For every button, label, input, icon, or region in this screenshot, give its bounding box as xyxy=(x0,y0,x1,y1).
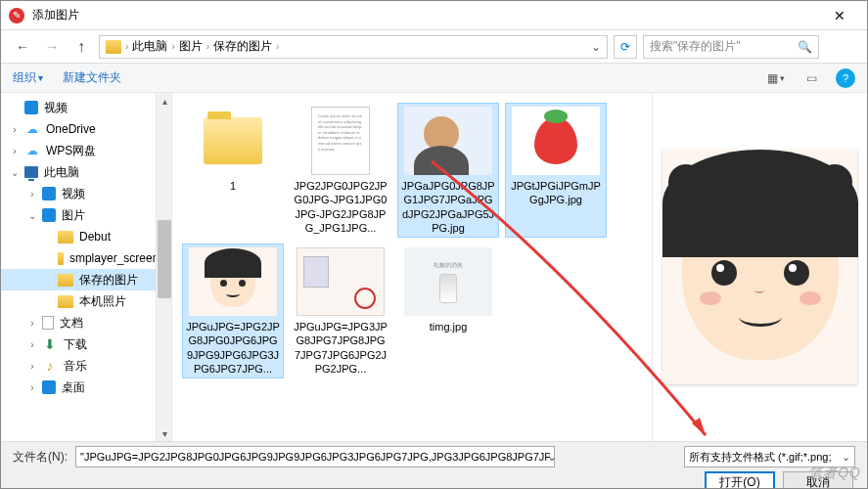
sidebar-item-4[interactable]: ›视频 xyxy=(1,183,171,204)
scroll-down-icon[interactable]: ▾ xyxy=(157,425,172,441)
chevron-down-icon[interactable]: ⌄ xyxy=(591,40,601,54)
navbar: ← → ↑ › 此电脑 › 图片 › 保存的图片 › ⌄ ⟳ 搜索"保存的图片"… xyxy=(1,30,867,64)
search-input[interactable]: 搜索"保存的图片" 🔍 xyxy=(643,35,819,59)
file-label: timg.jpg xyxy=(430,320,468,333)
sidebar: 视频›☁OneDrive›☁WPS网盘⌄此电脑›视频⌄图片Debutsmplay… xyxy=(1,93,172,441)
sidebar-item-label: 文档 xyxy=(60,315,83,332)
file-thumbnail: Lorem ipsum dolor sit amet consectetur a… xyxy=(297,107,385,175)
sidebar-item-10[interactable]: ›文档 xyxy=(1,312,171,333)
scroll-up-icon[interactable]: ▴ xyxy=(157,93,172,109)
sidebar-item-13[interactable]: ›桌面 xyxy=(1,377,171,398)
main-area: 视频›☁OneDrive›☁WPS网盘⌄此电脑›视频⌄图片Debutsmplay… xyxy=(1,93,867,441)
file-grid: 1Lorem ipsum dolor sit amet consectetur … xyxy=(172,93,652,441)
preview-pane xyxy=(652,93,867,441)
bottom-bar: 文件名(N): ⌄ 所有支持文件格式 (*.gif;*.png; 打开(O) 取… xyxy=(1,441,867,488)
file-item-4[interactable]: JPGuJPG=JPG2JPG8JPG0JPG6JPG9JPG9JPG6JPG3… xyxy=(182,244,284,378)
file-thumbnail xyxy=(297,247,385,316)
file-thumbnail xyxy=(404,107,492,175)
sidebar-item-label: 此电脑 xyxy=(44,164,79,181)
sidebar-item-5[interactable]: ⌄图片 xyxy=(1,204,171,226)
sidebar-item-label: 图片 xyxy=(62,207,85,224)
file-label: JPGuJPG=JPG2JPG8JPG0JPG6JPG9JPG9JPG6JPG3… xyxy=(186,320,280,375)
chevron-down-icon: ▾ xyxy=(38,72,43,83)
sidebar-item-label: 下载 xyxy=(64,336,87,353)
chevron-icon: › xyxy=(26,361,38,372)
sidebar-item-1[interactable]: ›☁OneDrive xyxy=(1,118,171,140)
chevron-icon: › xyxy=(9,124,21,135)
help-button[interactable]: ? xyxy=(836,68,855,88)
file-label: 1 xyxy=(230,179,236,193)
file-thumbnail: 礼貌的消失 xyxy=(404,247,492,316)
sidebar-item-label: 视频 xyxy=(44,100,68,116)
sidebar-item-7[interactable]: smplayer_screensh xyxy=(1,247,171,269)
preview-image xyxy=(662,150,857,384)
scrollbar-thumb[interactable] xyxy=(158,220,171,298)
organize-menu[interactable]: 组织▾ xyxy=(13,69,43,86)
file-label: JPG2JPG0JPG2JPG0JPG-JPG1JPG0JPG-JPG2JPG8… xyxy=(294,179,388,234)
folder-icon xyxy=(106,40,121,54)
crumb-pc[interactable]: 此电脑 xyxy=(132,38,167,55)
file-thumbnail xyxy=(512,107,600,175)
sidebar-item-label: 本机照片 xyxy=(79,293,126,310)
chevron-icon: › xyxy=(26,318,38,329)
filename-label: 文件名(N): xyxy=(13,449,68,466)
sidebar-item-11[interactable]: ›⬇下载 xyxy=(1,333,171,355)
up-button[interactable]: ↑ xyxy=(69,35,93,59)
filename-input[interactable] xyxy=(75,446,555,467)
chevron-icon: › xyxy=(9,146,21,156)
chevron-right-icon: › xyxy=(125,41,128,52)
file-item-1[interactable]: Lorem ipsum dolor sit amet consectetur a… xyxy=(290,103,391,238)
forward-button[interactable]: → xyxy=(40,35,64,59)
file-label: JPGtJPGiJPGmJPGgJPG.jpg xyxy=(509,179,603,207)
sidebar-item-label: 桌面 xyxy=(62,379,85,396)
chevron-right-icon: › xyxy=(206,41,209,52)
chevron-icon: › xyxy=(26,339,38,350)
file-item-0[interactable]: 1 xyxy=(182,103,284,238)
sidebar-item-label: WPS网盘 xyxy=(46,143,96,159)
search-placeholder: 搜索"保存的图片" xyxy=(650,38,741,55)
chevron-icon: › xyxy=(26,189,38,200)
file-thumbnail xyxy=(189,247,277,316)
chevron-right-icon: › xyxy=(276,41,279,52)
chevron-icon: ⌄ xyxy=(26,210,38,221)
sidebar-item-3[interactable]: ⌄此电脑 xyxy=(1,161,171,183)
breadcrumb[interactable]: › 此电脑 › 图片 › 保存的图片 › ⌄ xyxy=(99,35,608,59)
preview-pane-button[interactable]: ▭ xyxy=(800,67,822,89)
file-item-6[interactable]: 礼貌的消失timg.jpg xyxy=(397,244,499,378)
sidebar-item-label: OneDrive xyxy=(46,122,96,136)
crumb-saved[interactable]: 保存的图片 xyxy=(213,38,272,55)
file-thumbnail xyxy=(189,107,277,175)
crumb-pictures[interactable]: 图片 xyxy=(179,38,203,55)
watermark: 笔者QQ xyxy=(808,465,861,482)
file-item-3[interactable]: JPGtJPGiJPGmJPGgJPG.jpg xyxy=(505,103,607,238)
chevron-right-icon: › xyxy=(171,41,174,52)
open-button[interactable]: 打开(O) xyxy=(705,471,775,489)
sidebar-item-8[interactable]: 保存的图片 xyxy=(1,269,171,290)
file-label: JPGuJPG=JPG3JPG8JPG7JPG8JPG7JPG7JPG6JPG2… xyxy=(294,320,388,375)
view-options-button[interactable]: ▦▾ xyxy=(765,67,787,89)
file-label: JPGaJPG0JPG8JPG1JPG7JPGaJPGdJPG2JPGaJPG5… xyxy=(401,179,495,234)
sidebar-item-label: Debut xyxy=(79,230,111,244)
sidebar-item-0[interactable]: 视频 xyxy=(1,97,171,118)
sidebar-item-6[interactable]: Debut xyxy=(1,226,171,247)
sidebar-item-12[interactable]: ›♪音乐 xyxy=(1,355,171,377)
content-area: 1Lorem ipsum dolor sit amet consectetur … xyxy=(172,93,867,441)
window-title: 添加图片 xyxy=(32,7,820,23)
chevron-down-icon[interactable]: ⌄ xyxy=(547,450,557,464)
sidebar-item-label: 保存的图片 xyxy=(79,272,138,289)
chevron-icon: ⌄ xyxy=(9,167,21,178)
titlebar: ✎ 添加图片 ✕ xyxy=(1,1,867,30)
sidebar-item-label: 视频 xyxy=(62,186,85,202)
sidebar-item-9[interactable]: 本机照片 xyxy=(1,290,171,312)
search-icon: 🔍 xyxy=(798,40,812,54)
chevron-icon: › xyxy=(26,382,38,393)
file-item-2[interactable]: JPGaJPG0JPG8JPG1JPG7JPGaJPGdJPG2JPGaJPG5… xyxy=(397,103,499,238)
sidebar-item-2[interactable]: ›☁WPS网盘 xyxy=(1,140,171,161)
close-button[interactable]: ✕ xyxy=(820,1,859,30)
sidebar-scrollbar[interactable]: ▴ ▾ xyxy=(156,93,171,441)
toolbar: 组织▾ 新建文件夹 ▦▾ ▭ ? xyxy=(1,64,867,93)
file-item-5[interactable]: JPGuJPG=JPG3JPG8JPG7JPG8JPG7JPG7JPG6JPG2… xyxy=(290,244,391,378)
back-button[interactable]: ← xyxy=(11,35,34,59)
refresh-button[interactable]: ⟳ xyxy=(614,35,637,59)
new-folder-button[interactable]: 新建文件夹 xyxy=(63,69,121,86)
